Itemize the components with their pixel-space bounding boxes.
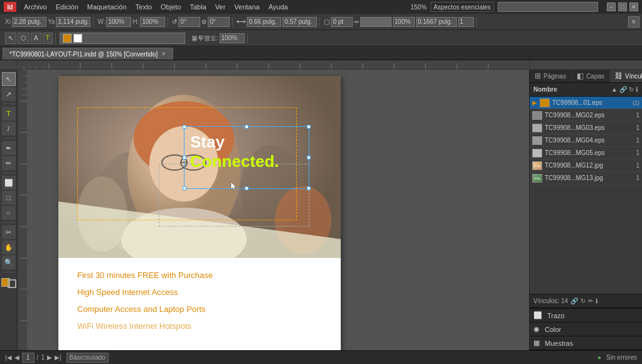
vinculos-label: Vínculos <box>625 73 642 80</box>
fill-swatch[interactable] <box>63 34 72 43</box>
last-page-btn[interactable]: ▶| <box>55 354 62 361</box>
total-pages: 1 <box>41 354 45 361</box>
x-input[interactable] <box>12 17 46 27</box>
menu-ver[interactable]: Ver <box>211 2 230 12</box>
document-tab[interactable]: *TC9990801-LAYOUT-PI1.indd @ 150% [Conve… <box>3 48 173 60</box>
text-item-3: Computer Access and Laptop Ports <box>77 304 322 314</box>
vinculos-panel-tab[interactable]: ⛓ Vínculos <box>610 70 642 82</box>
direct-select-tool[interactable]: ↗ <box>2 87 16 101</box>
rect-tool[interactable]: □ <box>2 191 16 205</box>
panel-toggle-btn[interactable]: ≡ <box>628 16 639 28</box>
workspace-selector[interactable]: Aspectos esenciales <box>431 2 494 12</box>
stroke-swatch[interactable] <box>73 34 82 43</box>
trazo-panel-tab[interactable]: ⬜ Trazo <box>530 309 642 323</box>
selection-tool[interactable]: ↖ <box>2 72 16 86</box>
stroke-width-input[interactable] <box>360 17 392 27</box>
vinculos-item-1[interactable]: TC99908...MG02.eps 1 <box>530 109 642 122</box>
h-percent-label: H: <box>132 18 139 25</box>
shear-input[interactable] <box>208 17 230 27</box>
prev-page-btn[interactable]: ◀ <box>14 354 19 361</box>
info-icon[interactable]: ℹ <box>636 86 638 93</box>
line-tool[interactable]: / <box>2 122 16 136</box>
menu-ayuda[interactable]: Ayuda <box>265 2 292 12</box>
hand-tool[interactable]: ✋ <box>2 240 16 254</box>
vinculos-item-0[interactable]: ▶ TC99908...01.eps (2) <box>530 97 642 109</box>
close-button[interactable]: ✕ <box>629 3 638 11</box>
align-btn[interactable]: A <box>31 33 41 44</box>
menu-archivo[interactable]: Archivo <box>20 2 51 12</box>
footer-refresh-icon[interactable]: ↻ <box>580 297 586 304</box>
error-status: ● <box>597 354 601 361</box>
menu-right: 150% Aspectos esenciales – □ ✕ <box>410 2 638 12</box>
search-input[interactable] <box>498 2 598 12</box>
pen-tool[interactable]: ✒ <box>2 141 16 155</box>
top-panels-tabs: ⊞ Páginas ◧ Capas ⛓ Vínculos 🔒 ≡ <box>530 70 642 83</box>
vinculos-item-5[interactable]: img TC99908...MG12.jpg 1 <box>530 159 642 172</box>
zoom-tool[interactable]: 🔍 <box>2 255 16 269</box>
ref2-input[interactable] <box>458 17 474 27</box>
cursor-svg <box>230 181 237 190</box>
stroke-pct-input[interactable] <box>393 17 415 27</box>
tab-close-icon[interactable]: ✕ <box>161 51 166 57</box>
ruler-corner <box>0 60 18 70</box>
w2-label: ⟷ <box>237 18 245 25</box>
vinculos-num-2: 1 <box>632 124 639 131</box>
refresh-icon[interactable]: ↻ <box>629 86 634 93</box>
color-panel-tab[interactable]: ◉ Color <box>530 323 642 336</box>
h-input[interactable] <box>140 17 165 27</box>
w-input[interactable] <box>106 17 131 27</box>
menu-objeto[interactable]: Objeto <box>157 2 185 12</box>
scissors-tool[interactable]: ✂ <box>2 225 16 239</box>
ellipse-tool[interactable]: ○ <box>2 206 16 220</box>
select-tool-btn[interactable]: ↖ <box>5 33 16 44</box>
vinculos-item-3[interactable]: TC99908...MG04.eps 1 <box>530 134 642 147</box>
capas-label: Capas <box>586 73 604 80</box>
page-number-input[interactable] <box>22 353 35 363</box>
vinculos-name-4: TC99908...MG05.eps <box>545 149 629 156</box>
menu-edicion[interactable]: Edición <box>52 2 82 12</box>
vinculos-item-2[interactable]: TC99908...MG03.eps 1 <box>530 122 642 134</box>
footer-link-icon[interactable]: 🔗 <box>570 297 578 304</box>
link-icon[interactable]: 🔗 <box>619 86 627 93</box>
tool-separator-1 <box>3 104 15 104</box>
menu-tabla[interactable]: Tabla <box>186 2 210 12</box>
pencil-tool[interactable]: ✏ <box>2 156 16 170</box>
rotation-input[interactable] <box>178 17 200 27</box>
menu-ventana[interactable]: Ventana <box>230 2 263 12</box>
h2-input[interactable] <box>282 17 317 27</box>
stroke-input[interactable] <box>331 17 353 27</box>
footer-info-icon[interactable]: ℹ <box>596 297 598 304</box>
handle-tr <box>307 125 311 129</box>
next-page-btn[interactable]: ▶ <box>47 354 52 361</box>
ref-input[interactable] <box>416 17 457 27</box>
y-input[interactable] <box>56 17 90 27</box>
restore-button[interactable]: □ <box>618 3 627 11</box>
muestras-label: Muestras <box>545 340 573 347</box>
stroke-color-swatch[interactable] <box>8 279 16 288</box>
vinculos-tab-icon: ⛓ <box>615 72 623 80</box>
vertical-ruler <box>18 70 27 350</box>
sort-icon[interactable]: ▲ <box>611 86 618 93</box>
menu-texto[interactable]: Texto <box>132 2 156 12</box>
menu-maquetacion[interactable]: Maquetación <box>83 2 131 12</box>
status-mode-display[interactable]: Básico usado <box>67 353 109 363</box>
vinculos-item-4[interactable]: TC99908...MG05.eps 1 <box>530 147 642 159</box>
capas-panel-tab[interactable]: ◧ Capas <box>572 70 610 82</box>
tool-separator-5 <box>3 272 15 272</box>
footer-edit-icon[interactable]: ✏ <box>588 297 593 304</box>
opacity-label: 불투명도: <box>191 34 218 43</box>
vinculos-list: ▶ TC99908...01.eps (2) TC99908...MG02.ep… <box>530 97 642 294</box>
minimize-button[interactable]: – <box>607 3 616 11</box>
paginas-panel-tab[interactable]: ⊞ Páginas <box>530 70 572 82</box>
transform-btn[interactable]: ⬡ <box>18 33 29 44</box>
first-page-btn[interactable]: |◀ <box>5 354 12 361</box>
main-area: ↖ ↗ T / ✒ ✏ ⬜ □ ○ ✂ ✋ 🔍 <box>0 70 642 350</box>
muestras-panel-tab[interactable]: ▦ Muestras <box>530 336 642 350</box>
type-btn[interactable]: T <box>43 33 53 44</box>
opacity-input[interactable] <box>220 33 245 43</box>
w2-input[interactable] <box>247 17 281 27</box>
vinculos-item-6[interactable]: img TC99908...MG13.jpg 1 <box>530 172 642 185</box>
status-bar: |◀ ◀ / 1 ▶ ▶| Básico usado ● Sin errores <box>0 350 642 364</box>
type-tool[interactable]: T <box>2 107 16 120</box>
rect-frame-tool[interactable]: ⬜ <box>2 176 16 190</box>
